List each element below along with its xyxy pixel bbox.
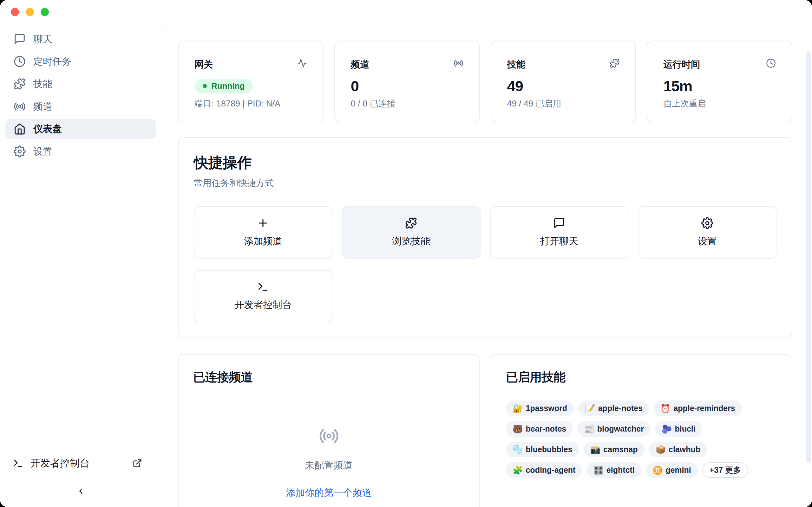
add-first-channel-link[interactable]: 添加你的第一个频道: [286, 487, 372, 499]
sidebar-item-label: 仪表盘: [33, 123, 62, 135]
connected-channels-title: 已连接频道: [193, 369, 464, 385]
sidebar-dev-console[interactable]: 开发者控制台: [13, 454, 149, 473]
quick-actions-subtitle: 常用任务和快捷方式: [194, 177, 776, 189]
channels-empty-state: 未配置频道 添加你的第一个频道: [193, 426, 464, 499]
skill-emoji-icon: 🫐: [662, 425, 672, 433]
radio-icon: [454, 58, 463, 68]
app-window: 聊天 定时任务 技能: [0, 0, 812, 507]
channels-empty-text: 未配置频道: [305, 459, 353, 472]
stat-detail: 自上次重启: [663, 98, 776, 109]
stat-detail: 49 / 49 已启用: [507, 98, 620, 109]
skill-chip: ⏰apple-reminders: [654, 400, 742, 416]
scrollbar-thumb[interactable]: [806, 51, 811, 463]
developer-console-button[interactable]: 开发者控制台: [194, 270, 333, 322]
skills-pill-list: 🔐1password 📝apple-notes ⏰apple-reminders…: [506, 400, 777, 478]
bottom-row: 已连接频道 未配置频道 添加你的第一个频道 已启用技能 🔐1password 📝…: [178, 354, 792, 507]
more-skills-button[interactable]: +37 更多: [702, 462, 748, 478]
stat-card-gateway: 网关 Running 端口: 18789 | PID: N/A: [178, 41, 323, 122]
stat-value: 15m: [663, 77, 776, 95]
connected-channels-card: 已连接频道 未配置频道 添加你的第一个频道: [178, 354, 479, 507]
puzzle-icon: [14, 78, 26, 90]
gear-icon: [701, 217, 713, 229]
skill-emoji-icon: 🐻: [513, 425, 523, 433]
browse-skills-button[interactable]: 浏览技能: [342, 206, 480, 259]
skill-chip: 📦clawhub: [649, 442, 707, 457]
chevron-left-icon: [77, 487, 85, 496]
stat-value: 49: [507, 77, 620, 95]
sidebar-item-dashboard[interactable]: 仪表盘: [5, 119, 156, 139]
gear-icon: [14, 146, 26, 158]
stat-card-uptime: 运行时间 15m 自上次重启: [647, 41, 792, 122]
add-channel-button[interactable]: 添加频道: [194, 206, 333, 259]
stat-title: 网关: [194, 58, 213, 71]
open-chat-button[interactable]: 打开聊天: [490, 206, 629, 259]
stat-value: 0: [351, 77, 463, 95]
skill-emoji-icon: ♊️: [653, 466, 663, 474]
sidebar-item-chat[interactable]: 聊天: [5, 29, 156, 49]
sidebar-item-settings[interactable]: 设置: [5, 141, 156, 162]
clock-icon: [766, 58, 776, 68]
quick-actions-title: 快捷操作: [194, 153, 776, 173]
skill-chip: 📝apple-notes: [578, 400, 649, 416]
traffic-lights: [11, 8, 49, 16]
skill-emoji-icon: 📰: [584, 425, 594, 433]
skill-emoji-icon: 📸: [590, 446, 600, 454]
stats-row: 网关 Running 端口: 18789 | PID: N/A 频道: [178, 41, 792, 122]
skill-chip: 🔐1password: [506, 400, 574, 416]
sidebar-item-label: 定时任务: [33, 55, 71, 68]
skill-chip: 📰blogwatcher: [577, 421, 651, 437]
radio-icon: [319, 426, 339, 446]
stat-detail: 0 / 0 已连接: [351, 98, 463, 109]
puzzle-icon: [405, 217, 417, 229]
skill-chip: 📸camsnap: [583, 442, 645, 457]
sidebar: 聊天 定时任务 技能: [0, 24, 162, 507]
sidebar-item-channels[interactable]: 频道: [5, 96, 156, 117]
sidebar-item-label: 频道: [33, 100, 52, 113]
stat-card-skills: 技能 49 49 / 49 已启用: [491, 41, 636, 122]
skill-emoji-icon: 🫧: [513, 446, 523, 454]
close-button[interactable]: [11, 8, 19, 16]
skill-emoji-icon: 🎛️: [593, 466, 603, 474]
puzzle-icon: [610, 58, 619, 68]
enabled-skills-title: 已启用技能: [506, 369, 777, 385]
titlebar: [0, 0, 812, 24]
skill-chip: 🫐blucli: [655, 421, 702, 437]
stat-card-channels: 频道 0 0 / 0 已连接: [334, 41, 480, 122]
sidebar-item-label: 设置: [33, 145, 52, 158]
sidebar-nav: 聊天 定时任务 技能: [0, 24, 162, 454]
sidebar-item-label: 技能: [33, 78, 52, 91]
skill-emoji-icon: 🧩: [513, 466, 523, 474]
skill-emoji-icon: 🔐: [513, 404, 523, 412]
stat-title: 频道: [351, 58, 369, 71]
skill-chip: 🎛️eightctl: [587, 462, 641, 478]
terminal-icon: [13, 458, 23, 469]
activity-icon: [297, 58, 307, 68]
stat-title: 运行时间: [663, 58, 700, 71]
status-dot-icon: [203, 84, 207, 88]
skill-chip: ♊️gemini: [646, 462, 698, 478]
skill-chip: 🐻bear-notes: [506, 421, 573, 437]
chat-icon: [553, 217, 565, 229]
quick-actions-card: 快捷操作 常用任务和快捷方式 添加频道 浏览技能: [178, 137, 792, 337]
external-link-icon[interactable]: [133, 458, 142, 468]
sidebar-collapse-button[interactable]: [72, 484, 90, 499]
terminal-icon: [257, 281, 269, 293]
zoom-button[interactable]: [41, 8, 49, 16]
home-icon: [14, 123, 26, 135]
status-badge: Running: [194, 78, 253, 94]
sidebar-item-label: 聊天: [33, 33, 52, 46]
sidebar-footer: 开发者控制台: [0, 454, 162, 507]
plus-icon: [257, 217, 269, 229]
sidebar-item-scheduled-tasks[interactable]: 定时任务: [5, 51, 156, 72]
sidebar-item-skills[interactable]: 技能: [5, 74, 156, 94]
quick-actions-grid: 添加频道 浏览技能 打开聊天: [194, 206, 776, 322]
radio-icon: [14, 101, 26, 112]
stat-detail: 端口: 18789 | PID: N/A: [194, 98, 307, 109]
skill-chip: 🧩coding-agent: [506, 462, 582, 478]
skill-emoji-icon: 📝: [585, 404, 595, 412]
main-content: 网关 Running 端口: 18789 | PID: N/A 频道: [162, 24, 812, 507]
settings-button[interactable]: 设置: [638, 206, 776, 259]
chat-icon: [14, 33, 26, 45]
minimize-button[interactable]: [26, 8, 34, 16]
enabled-skills-card: 已启用技能 🔐1password 📝apple-notes ⏰apple-rem…: [491, 354, 792, 507]
